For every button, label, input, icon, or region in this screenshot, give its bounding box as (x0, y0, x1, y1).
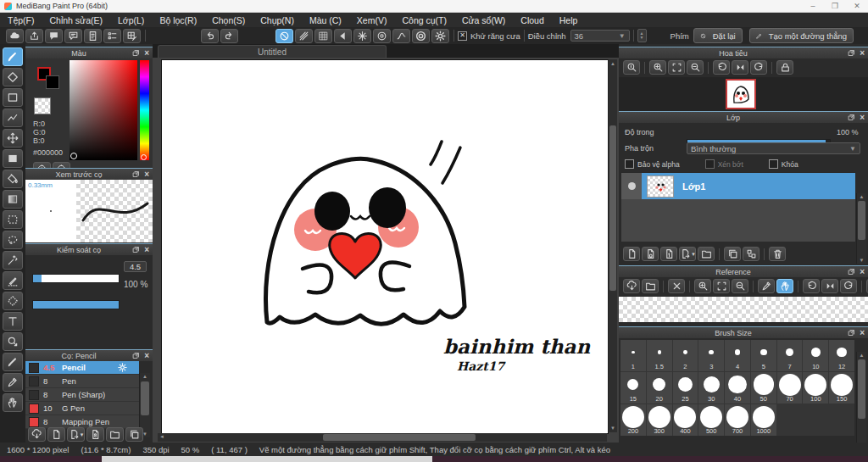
brush-settings-gear-icon[interactable] (118, 363, 127, 372)
brush-list-row[interactable]: 8Pen (25, 375, 139, 388)
navigator-view[interactable] (619, 77, 868, 111)
menu-item[interactable]: Công cụ(T) (394, 15, 454, 25)
eyedropper-icon[interactable] (758, 279, 775, 293)
canvas-vscrollbar[interactable]: ▲ ▼ (608, 59, 617, 432)
mag-minus-icon[interactable] (732, 279, 748, 293)
doc-arrow-icon[interactable]: ▾ (679, 247, 696, 261)
brush-size-cell[interactable]: 700 (725, 404, 750, 436)
brush-list-row[interactable]: 8Pen (Sharp) (25, 388, 139, 402)
close-icon[interactable]: × (860, 329, 865, 337)
merge-icon[interactable] (743, 247, 760, 261)
shape-icon[interactable] (3, 88, 23, 107)
brush-size-cell[interactable]: 100 (803, 372, 828, 404)
doc-new-icon[interactable] (47, 427, 65, 442)
copy-icon[interactable] (724, 247, 741, 261)
protect-alpha-checkbox[interactable] (625, 159, 634, 169)
reset-rotate-icon[interactable] (732, 60, 748, 75)
drawing-canvas[interactable]: bainhim than Hazt17 (161, 59, 609, 434)
brush-size-cell[interactable]: 70 (777, 372, 803, 404)
menu-item[interactable]: Tệp(F) (0, 15, 42, 25)
brush-size-cell[interactable]: 50 (751, 372, 776, 404)
popout-icon[interactable] (848, 268, 857, 276)
select-rect-icon[interactable] (3, 210, 23, 229)
brush-size-cell[interactable]: 12 (829, 340, 854, 371)
cloud-icon[interactable] (6, 29, 24, 43)
eraser-icon[interactable] (3, 68, 23, 86)
layer-row[interactable]: Lớp1 (621, 173, 855, 199)
bucket-icon[interactable] (3, 170, 23, 188)
mag-plus-icon[interactable] (694, 279, 711, 293)
folder-icon[interactable] (642, 279, 659, 293)
comment-lines-icon[interactable] (64, 29, 82, 43)
antialias-checkbox[interactable]: ✕ (458, 31, 467, 41)
select-lasso-icon[interactable] (3, 231, 23, 249)
doc-s-icon[interactable] (86, 427, 104, 442)
clipping-checkbox[interactable] (705, 159, 715, 169)
doc-a-icon[interactable] (642, 247, 659, 261)
menu-item[interactable]: Xem(V) (349, 15, 395, 25)
brush-size-cell[interactable]: 10 (803, 340, 828, 371)
brush-size-cell[interactable]: 3 (698, 340, 724, 371)
rotate-left-icon[interactable] (803, 279, 820, 293)
mag-1-icon[interactable] (623, 60, 640, 75)
menu-item[interactable]: Help (552, 15, 586, 25)
close-button[interactable]: ✕ (846, 0, 868, 12)
close-icon[interactable]: × (860, 268, 865, 276)
copy-icon[interactable] (125, 427, 143, 442)
brush-size-cell[interactable]: 30 (698, 372, 724, 404)
hatch-icon[interactable] (295, 29, 313, 43)
close-icon[interactable]: × (144, 170, 149, 179)
select-pen-icon[interactable] (3, 271, 23, 290)
select-eraser-icon[interactable] (3, 292, 23, 310)
close-icon[interactable]: × (144, 352, 149, 360)
close-icon[interactable]: × (860, 49, 865, 58)
folder-icon[interactable] (106, 427, 124, 442)
mesh-icon[interactable] (314, 29, 332, 43)
rings-icon[interactable] (373, 29, 391, 43)
trash-icon[interactable] (769, 247, 786, 261)
folder-icon[interactable] (698, 247, 715, 261)
canvas-tab[interactable]: Untitled (158, 45, 387, 58)
xmark-icon[interactable] (668, 279, 685, 293)
menu-item[interactable]: Chọn(S) (204, 15, 253, 25)
text-icon[interactable] (3, 312, 23, 331)
brush-opacity-slider[interactable] (32, 300, 120, 309)
ring-icon[interactable] (412, 29, 430, 43)
menu-item[interactable]: Màu (C) (302, 15, 349, 25)
brush-size-cell[interactable]: 1 (620, 340, 646, 371)
burst-icon[interactable] (353, 29, 371, 43)
layer-visibility-dot[interactable] (628, 182, 636, 190)
lock-icon[interactable] (776, 60, 793, 75)
popout-icon[interactable] (132, 170, 142, 179)
mag-plus-icon[interactable] (649, 60, 666, 75)
menu-item[interactable]: Chụp(N) (253, 15, 302, 25)
brush-size-scrollbar[interactable]: ▲ ▼ (856, 352, 866, 452)
fit-box-icon[interactable] (668, 60, 685, 75)
canvas-hscrollbar[interactable]: ◄ (158, 433, 607, 442)
background-color-swatch[interactable] (46, 75, 59, 89)
popout-icon[interactable] (848, 49, 857, 58)
popout-icon[interactable] (848, 114, 857, 122)
reset-rotate-icon[interactable] (821, 279, 838, 293)
correction-spinner[interactable]: ▲▼ (637, 29, 647, 42)
maximize-button[interactable]: ❐ (824, 0, 846, 12)
doc-1-icon[interactable] (660, 247, 677, 261)
doc-new-icon[interactable] (623, 247, 640, 261)
brush-size-cell[interactable]: 40 (725, 372, 750, 404)
mag-minus-icon[interactable] (687, 60, 704, 75)
brush-list-row[interactable]: 10G Pen (25, 402, 139, 415)
undo-icon[interactable] (201, 29, 219, 43)
layer-list-scrollbar[interactable]: ▲ ▼ (856, 193, 866, 264)
brush-icon[interactable] (3, 47, 23, 66)
hue-slider[interactable] (140, 60, 149, 160)
brush-pen-icon[interactable] (3, 353, 23, 371)
cloud-down-icon[interactable] (28, 427, 46, 442)
brush-size-cell[interactable]: 1.5 (647, 340, 672, 371)
loupe-icon[interactable] (3, 332, 23, 351)
hand-icon[interactable] (3, 393, 23, 412)
brush-size-cell[interactable]: 5 (751, 340, 776, 371)
export-icon[interactable] (25, 29, 43, 43)
menu-item[interactable]: Chỉnh sửa(E) (42, 15, 110, 25)
brush-size-cell[interactable]: 500 (698, 404, 724, 436)
close-icon[interactable]: × (144, 246, 149, 254)
